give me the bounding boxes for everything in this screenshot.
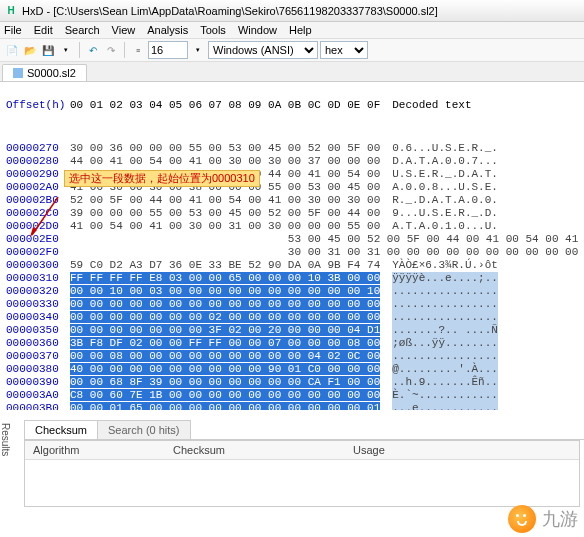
menu-edit[interactable]: Edit [34,24,53,36]
col-usage[interactable]: Usage [345,441,579,459]
col-algorithm[interactable]: Algorithm [25,441,165,459]
results-label: Results [0,423,11,456]
menu-bar: File Edit Search View Analysis Tools Win… [0,22,584,38]
save-icon[interactable]: 💾 [40,42,56,58]
hex-row-selected[interactable]: 000003B000 00 01 65 00 00 00 00 00 00 00… [6,402,578,410]
menu-window[interactable]: Window [238,24,277,36]
sort-icon[interactable]: ≡ [130,42,146,58]
hex-row-selected[interactable]: 000003A0C8 00 60 7E 1B 00 00 00 00 00 00… [6,389,578,402]
new-icon[interactable]: 📄 [4,42,20,58]
hex-row[interactable]: 0000027030 00 36 00 00 00 55 00 53 00 45… [6,142,578,155]
open-icon[interactable]: 📂 [22,42,38,58]
hex-row[interactable]: 000002E0 53 00 45 00 52 00 5F 00 44 00 4… [6,233,578,246]
header-ascii: Decoded text [392,99,471,112]
toolbar: 📄 📂 💾 ▾ ↶ ↷ ≡ ▾ Windows (ANSI) hex [0,38,584,62]
mode-select[interactable]: hex [320,41,368,59]
save-dropdown-icon[interactable]: ▾ [58,42,74,58]
watermark-text: 九游 [542,507,578,531]
tab-search[interactable]: Search (0 hits) [97,420,191,439]
hex-row-selected[interactable]: 0000035000 00 00 00 00 00 00 3F 02 00 20… [6,324,578,337]
bottom-tabs: Checksum Search (0 hits) [24,420,584,440]
hex-row[interactable]: 000002C039 00 00 00 55 00 53 00 45 00 52… [6,207,578,220]
hex-row-selected[interactable]: 0000039000 00 68 8F 39 00 00 00 00 00 00… [6,376,578,389]
hex-row[interactable]: 0000028044 00 41 00 54 00 41 00 30 00 30… [6,155,578,168]
hex-editor[interactable]: Offset(h)00 01 02 03 04 05 06 07 08 09 0… [0,82,584,410]
watermark: 九游 [508,505,578,533]
hex-row-selected[interactable]: 00000310FF FF FF FF E8 03 00 00 65 00 00… [6,272,578,285]
hex-row[interactable]: 000002F0 30 00 31 00 31 00 00 00 00 00 0… [6,246,578,259]
title-bar: H HxD - [C:\Users\Sean Lim\AppData\Roami… [0,0,584,22]
hex-row[interactable]: 000002B052 00 5F 00 44 00 41 00 54 00 41… [6,194,578,207]
hex-row-selected[interactable]: 000003603B F8 DF 02 00 00 FF FF 00 00 07… [6,337,578,350]
hex-row-selected[interactable]: 0000038040 00 00 00 00 00 00 00 00 00 90… [6,363,578,376]
window-title: HxD - [C:\Users\Sean Lim\AppData\Roaming… [22,5,438,17]
hex-row-selected[interactable]: 0000032000 00 10 00 03 00 00 00 00 00 00… [6,285,578,298]
annotation-callout: 选中这一段数据，起始位置为0000310 [64,170,260,187]
file-tabs: S0000.sl2 [0,62,584,82]
file-icon [13,68,23,78]
fontsize-dropdown-icon[interactable]: ▾ [190,42,206,58]
hex-row[interactable]: 000002D041 00 54 00 41 00 30 00 31 00 30… [6,220,578,233]
header-cols: 00 01 02 03 04 05 06 07 08 09 0A 0B 0C 0… [70,99,380,112]
menu-search[interactable]: Search [65,24,100,36]
encoding-select[interactable]: Windows (ANSI) [208,41,318,59]
undo-icon[interactable]: ↶ [85,42,101,58]
menu-view[interactable]: View [112,24,136,36]
menu-tools[interactable]: Tools [200,24,226,36]
hex-row-selected[interactable]: 0000033000 00 00 00 00 00 00 00 00 00 00… [6,298,578,311]
menu-help[interactable]: Help [289,24,312,36]
file-tab[interactable]: S0000.sl2 [2,64,87,81]
hex-row-selected[interactable]: 0000037000 00 08 00 00 00 00 00 00 00 00… [6,350,578,363]
app-icon: H [4,4,18,18]
watermark-icon [508,505,536,533]
file-tab-label: S0000.sl2 [27,67,76,79]
col-checksum[interactable]: Checksum [165,441,345,459]
results-grid[interactable]: Algorithm Checksum Usage [24,440,580,507]
fontsize-input[interactable] [148,41,188,59]
annotation-arrow [30,197,60,237]
menu-analysis[interactable]: Analysis [147,24,188,36]
hex-row[interactable]: 0000030059 C0 D2 A3 D7 36 0E 33 BE 52 90… [6,259,578,272]
redo-icon[interactable]: ↷ [103,42,119,58]
header-offset: Offset(h) [6,99,70,112]
menu-file[interactable]: File [4,24,22,36]
hex-row-selected[interactable]: 0000034000 00 00 00 00 00 00 02 00 00 00… [6,311,578,324]
tab-checksum[interactable]: Checksum [24,420,98,439]
